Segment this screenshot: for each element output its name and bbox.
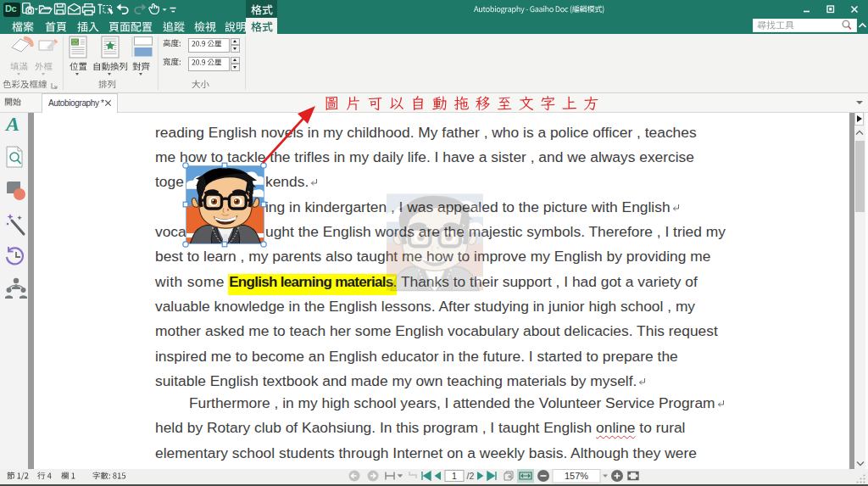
svg-text:/2: /2	[467, 471, 475, 481]
svg-text:157%: 157%	[565, 471, 588, 481]
svg-text:1: 1	[452, 471, 457, 481]
